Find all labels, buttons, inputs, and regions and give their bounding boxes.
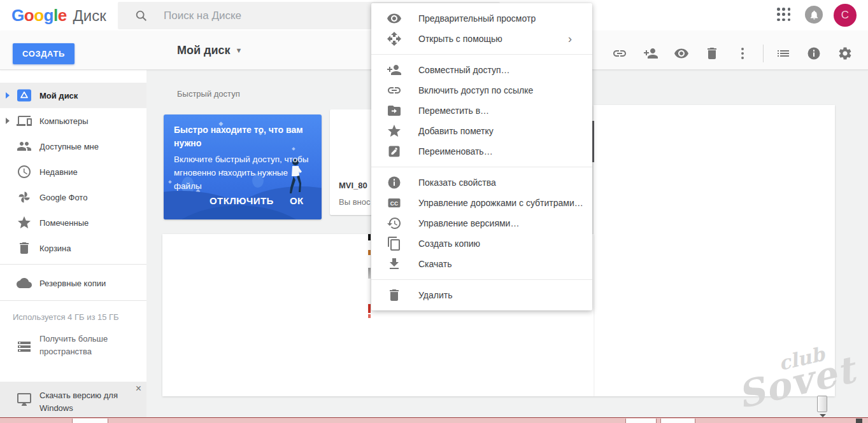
file-subtitle: Вы внос [339, 197, 370, 207]
upgrade-storage-button[interactable]: Получить больше пространства [0, 333, 146, 363]
sidebar-item-label: Помеченные [39, 218, 89, 228]
sidebar-item-my-drive[interactable]: Мой диск [0, 83, 146, 108]
photos-icon [17, 190, 32, 205]
google-logo: Google [11, 6, 67, 25]
more-actions-icon[interactable] [735, 46, 750, 61]
menu-item-share[interactable]: Совместный доступ… [371, 60, 592, 80]
sidebar-item-label: Google Фото [39, 193, 87, 202]
menu-item-preview[interactable]: Предварительный просмотр [371, 8, 592, 29]
promo-ok-button[interactable]: ОК [290, 195, 304, 206]
upgrade-storage-label: Получить больше пространства [39, 333, 129, 358]
get-link-icon[interactable] [612, 46, 627, 61]
clock-icon [17, 164, 32, 179]
menu-item-label: Добавить пометку [418, 126, 494, 136]
menu-item-label: Предварительный просмотр [418, 13, 536, 24]
promo-body: Включите быстрый доступ, чтобы мгновенно… [174, 153, 313, 193]
promo-dismiss-button[interactable]: ОТКЛЮЧИТЬ [210, 195, 274, 206]
star-icon [17, 215, 32, 230]
menu-divider [371, 54, 592, 55]
sidebar-item-recent[interactable]: Недавние [0, 159, 146, 184]
apps-grid-icon[interactable] [776, 7, 792, 22]
settings-gear-icon[interactable] [837, 46, 853, 61]
quick-access-title: Быстрый доступ [177, 89, 240, 99]
location-dropdown[interactable]: Мой диск ▼ [177, 31, 242, 70]
menu-item-label: Включить доступ по ссылке [418, 85, 533, 95]
share-icon[interactable] [643, 46, 658, 61]
list-view-icon[interactable] [776, 46, 791, 61]
menu-item-label: Создать копию [418, 239, 480, 249]
sidebar-item-trash[interactable]: Корзина [0, 235, 146, 261]
account-avatar[interactable]: C [834, 4, 857, 27]
versions-icon [387, 216, 402, 231]
menu-item-get-link[interactable]: Включить доступ по ссылке [371, 80, 592, 101]
location-label: Мой диск [177, 44, 231, 57]
menu-item-manage-captions[interactable]: Управление дорожками с субтитрами… [371, 193, 592, 213]
trash-icon [387, 288, 402, 303]
open-with-icon [387, 31, 402, 46]
hidden-content-sliver [592, 121, 594, 162]
eye-icon [387, 11, 402, 26]
download-app-label: Скачать версию для Windows [39, 389, 135, 415]
menu-item-label: Управление дорожками с субтитрами… [418, 198, 583, 208]
rename-icon [387, 144, 402, 159]
scrollbar-thumb[interactable] [817, 396, 827, 412]
delete-icon[interactable] [704, 46, 720, 61]
storage-icon [17, 339, 32, 354]
star-icon [387, 123, 402, 139]
close-icon[interactable]: × [136, 383, 141, 394]
menu-item-make-copy[interactable]: Создать копию [371, 233, 592, 254]
hidden-content-sliver [368, 250, 371, 255]
sidebar-item-google-photos[interactable]: Google Фото [0, 184, 146, 210]
quick-access-promo-card: Быстро находите то, что вам нужно Включи… [164, 114, 322, 219]
expand-arrow-icon[interactable] [6, 92, 10, 99]
monitor-icon [17, 392, 32, 407]
bottom-bar-segment [625, 419, 657, 423]
hidden-content-sliver [368, 304, 371, 313]
expand-arrow-icon[interactable] [6, 118, 10, 124]
copy-icon [387, 236, 402, 251]
sidebar-item-shared-with-me[interactable]: Доступные мне [0, 134, 146, 159]
menu-item-rename[interactable]: Переименовать… [371, 141, 592, 162]
menu-item-view-details[interactable]: Показать свойства [371, 172, 592, 193]
details-info-icon[interactable] [806, 46, 822, 61]
menu-item-label: Переименовать… [418, 146, 493, 156]
menu-item-label: Открыть с помощью [418, 34, 502, 44]
storage-usage-text: Используется 4 ГБ из 15 ГБ [13, 312, 119, 322]
menu-item-open-with[interactable]: Открыть с помощью › [371, 29, 592, 49]
preview-icon[interactable] [674, 46, 689, 61]
menu-item-label: Показать свойства [418, 177, 496, 188]
google-drive-logo[interactable]: Google Диск [11, 6, 106, 25]
toolbar-divider [763, 45, 764, 62]
menu-item-add-star[interactable]: Добавить пометку [371, 121, 592, 141]
trash-icon [17, 240, 32, 256]
product-name: Диск [73, 7, 106, 25]
move-to-icon [387, 103, 402, 118]
hidden-content-sliver [368, 314, 371, 318]
hidden-content-sliver [368, 268, 371, 279]
drive-icon [17, 88, 32, 103]
menu-item-label: Управление версиями… [418, 218, 519, 228]
menu-item-move-to[interactable]: Переместить в… [371, 101, 592, 121]
menu-divider [371, 279, 592, 280]
sidebar-item-backups[interactable]: Резервные копии [0, 270, 146, 296]
notifications-bell-icon[interactable] [805, 6, 823, 24]
menu-divider [371, 167, 592, 167]
sidebar-item-label: Недавние [39, 167, 78, 177]
sidebar-item-label: Доступные мне [39, 142, 99, 151]
create-button[interactable]: СОЗДАТЬ [13, 43, 75, 64]
info-icon [387, 175, 402, 190]
chevron-down-icon: ▼ [236, 46, 243, 54]
sidebar-item-computers[interactable]: Компьютеры [0, 108, 146, 134]
menu-item-manage-versions[interactable]: Управление версиями… [371, 213, 592, 233]
download-icon [387, 256, 402, 272]
menu-item-label: Совместный доступ… [418, 65, 510, 75]
menu-item-label: Переместить в… [418, 106, 489, 116]
sidebar-item-starred[interactable]: Помеченные [0, 210, 146, 235]
menu-item-delete[interactable]: Удалить [371, 285, 592, 305]
hidden-content-sliver [368, 234, 371, 240]
devices-icon [17, 113, 32, 128]
bottom-cropped-bar [0, 417, 868, 423]
search-icon [134, 9, 148, 23]
avatar-letter: C [841, 9, 849, 22]
menu-item-download[interactable]: Скачать [371, 254, 592, 274]
